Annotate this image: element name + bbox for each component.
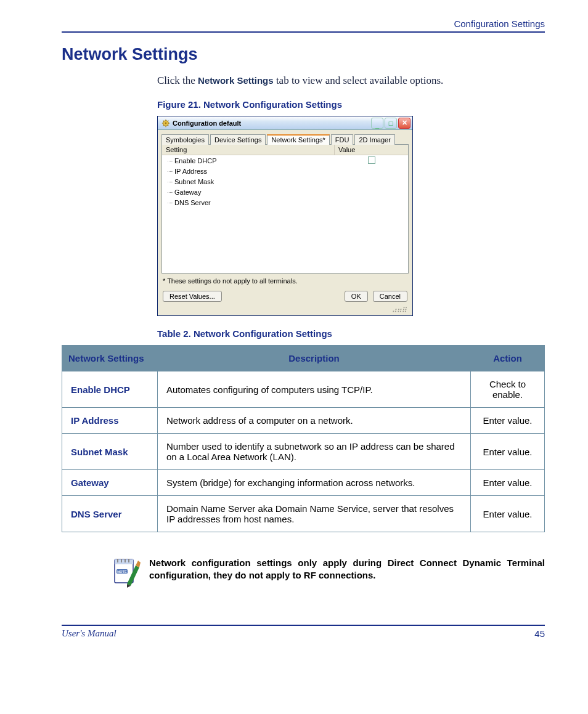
cell-setting: IP Address <box>62 408 158 434</box>
footer-left: User's Manual <box>62 628 116 639</box>
enable-dhcp-checkbox[interactable] <box>368 156 375 164</box>
svg-rect-13 <box>121 559 122 562</box>
th-action: Action <box>471 346 545 371</box>
cell-description: Automates configuring of computers using… <box>158 371 471 408</box>
cell-description: Domain Name Server aka Domain Name Servi… <box>158 496 471 532</box>
svg-line-6 <box>163 120 164 121</box>
svg-line-9 <box>168 120 168 121</box>
header-breadcrumb: Configuration Settings <box>62 18 545 31</box>
table-row: Gateway System (bridge) for exchanging i… <box>62 470 545 496</box>
intro-paragraph: Click the Network Settings tab to view a… <box>157 75 545 87</box>
svg-line-7 <box>168 125 168 126</box>
intro-prefix: Click the <box>157 75 198 86</box>
page-number: 45 <box>534 628 545 639</box>
note-text: Network configuration settings only appl… <box>149 557 545 582</box>
minimize-button[interactable]: _ <box>371 118 383 129</box>
resize-grip-icon[interactable]: ⣠⣤⣶ <box>161 306 409 312</box>
cell-action: Enter value. <box>471 470 545 496</box>
tab-device-settings[interactable]: Device Settings <box>210 134 266 145</box>
dialog-titlebar[interactable]: Configuration default _ □ ✕ <box>158 116 412 130</box>
tree-row[interactable]: IP Address <box>162 166 408 176</box>
footer-rule <box>62 625 545 626</box>
header-rule <box>62 31 545 33</box>
table-row: Subnet Mask Number used to identify a su… <box>62 434 545 470</box>
cell-setting: Enable DHCP <box>62 371 158 408</box>
note-icon: NOTE <box>111 557 142 588</box>
intro-suffix: tab to view and select available options… <box>274 75 444 86</box>
cell-description: Number used to identify a subnetwork so … <box>158 434 471 470</box>
reset-values-button[interactable]: Reset Values... <box>163 291 222 302</box>
gear-icon <box>161 119 170 128</box>
figure-caption: Figure 21. Network Configuration Setting… <box>157 99 545 110</box>
cell-description: Network address of a computer on a netwo… <box>158 408 471 434</box>
tree-row[interactable]: Enable DHCP <box>162 155 408 166</box>
dialog-footnote: * These settings do not apply to all ter… <box>163 277 407 285</box>
page-title: Network Settings <box>62 45 545 64</box>
svg-rect-15 <box>128 559 129 562</box>
cell-setting: Subnet Mask <box>62 434 158 470</box>
tree-row[interactable]: DNS Server <box>162 197 408 208</box>
tree-row-label: IP Address <box>162 168 335 175</box>
svg-rect-14 <box>125 559 126 562</box>
table-row: DNS Server Domain Name Server aka Domain… <box>62 496 545 532</box>
tree-row-label: Subnet Mask <box>162 178 335 185</box>
svg-line-8 <box>163 125 164 126</box>
svg-point-1 <box>165 122 167 124</box>
cell-setting: Gateway <box>62 470 158 496</box>
tab-2d-imager[interactable]: 2D Imager <box>354 134 394 145</box>
table-row: IP Address Network address of a computer… <box>62 408 545 434</box>
tab-fdu[interactable]: FDU <box>331 134 354 145</box>
tab-symbologies[interactable]: Symbologies <box>161 134 209 145</box>
col-header-value[interactable]: Value <box>335 145 408 155</box>
tree-row-label: Enable DHCP <box>162 157 335 164</box>
tree-row[interactable]: Gateway <box>162 187 408 197</box>
tree-row-label: DNS Server <box>162 199 335 206</box>
close-button[interactable]: ✕ <box>398 118 410 129</box>
dialog-title: Configuration default <box>173 120 241 127</box>
intro-bold: Network Settings <box>198 75 274 86</box>
cell-setting: DNS Server <box>62 496 158 532</box>
table-caption: Table 2. Network Configuration Settings <box>157 328 545 339</box>
th-description: Description <box>158 346 471 371</box>
cancel-button[interactable]: Cancel <box>373 291 407 302</box>
col-header-setting[interactable]: Setting <box>162 145 335 155</box>
svg-text:NOTE: NOTE <box>117 570 127 574</box>
cell-action: Enter value. <box>471 408 545 434</box>
dialog-tabs: Symbologies Device Settings Network Sett… <box>161 134 409 144</box>
maximize-button[interactable]: □ <box>385 118 397 129</box>
settings-tree[interactable]: Setting Value Enable DHCP IP Address Sub… <box>161 144 409 274</box>
cell-description: System (bridge) for exchanging informati… <box>158 470 471 496</box>
cell-action: Enter value. <box>471 496 545 532</box>
cell-action: Check to enable. <box>471 371 545 408</box>
table-row: Enable DHCP Automates configuring of com… <box>62 371 545 408</box>
th-setting: Network Settings <box>62 346 158 371</box>
tree-row[interactable]: Subnet Mask <box>162 176 408 187</box>
ok-button[interactable]: OK <box>345 291 368 302</box>
cell-action: Enter value. <box>471 434 545 470</box>
svg-rect-12 <box>117 559 118 562</box>
tree-row-label: Gateway <box>162 189 335 196</box>
settings-table: Network Settings Description Action Enab… <box>62 345 545 532</box>
config-dialog: Configuration default _ □ ✕ Symbologies … <box>157 116 413 316</box>
note-block: NOTE Network configuration settings only… <box>111 557 545 588</box>
tab-network-settings[interactable]: Network Settings* <box>267 134 329 145</box>
